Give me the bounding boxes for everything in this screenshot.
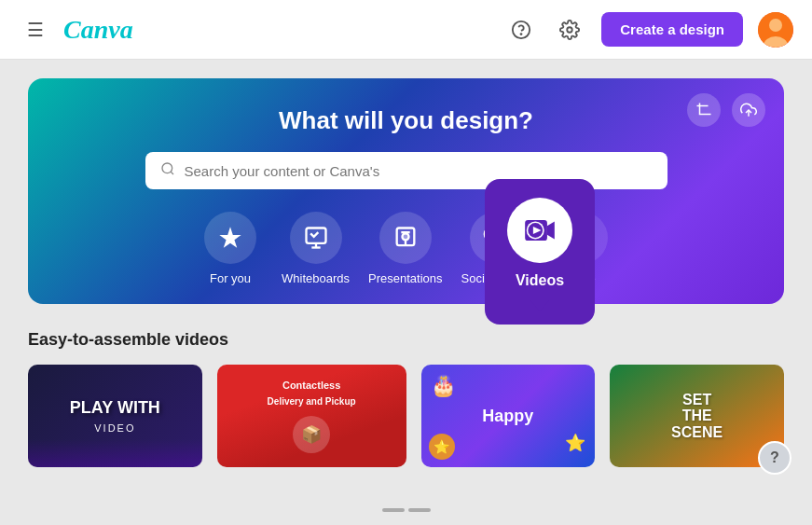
header-icons: Create a design (504, 12, 793, 48)
thumb3-emoji2: ⭐ (565, 433, 585, 453)
crop-icon-button[interactable] (687, 93, 721, 127)
thumb-play-with-video[interactable]: PLAY WITH VIDEO (28, 365, 202, 467)
category-presentations[interactable]: Presentations (368, 212, 443, 285)
thumbnails-row: PLAY WITH VIDEO Contactless Delivery and… (28, 365, 784, 467)
thumb3-label: Happy (482, 407, 533, 426)
avatar[interactable] (758, 12, 793, 48)
thumb3-emoji1: 🎂 (431, 374, 456, 398)
thumb1-text-line1: PLAY WITH (70, 398, 160, 419)
easy-videos-section: Easy-to-assemble videos PLAY WITH VIDEO … (28, 330, 784, 467)
categories-row: For you Whiteboards (65, 212, 747, 285)
presentations-icon (379, 212, 432, 264)
menu-button[interactable]: ☰ (19, 13, 52, 47)
scroll-bar-1 (382, 508, 405, 512)
help-circle-button[interactable]: ? (758, 441, 791, 475)
svg-marker-19 (547, 222, 555, 240)
videos-popup-label: Videos (516, 272, 564, 289)
search-input[interactable] (185, 163, 653, 179)
svg-point-13 (402, 233, 408, 240)
section-title: Easy-to-assemble videos (28, 330, 784, 350)
videos-popup[interactable]: Videos (485, 179, 595, 325)
svg-point-8 (162, 163, 172, 173)
thumb2-icon: 📦 (293, 416, 330, 453)
category-for-you[interactable]: For you (198, 212, 263, 285)
thumb2-text: Contactless Delivery and Pickup (268, 379, 356, 408)
thumb4-wrapper: SET THE SCENE ? (610, 365, 784, 467)
logo: Canva (63, 15, 133, 45)
hero-banner: What will you design? For you (28, 78, 784, 304)
upload-icon-button[interactable] (732, 93, 765, 127)
scroll-bar-2 (408, 508, 431, 512)
whiteboards-label: Whiteboards (282, 271, 350, 285)
thumb4-text: SET THE SCENE (671, 392, 723, 441)
category-whiteboards[interactable]: Whiteboards (282, 212, 350, 285)
for-you-label: For you (210, 271, 251, 285)
whiteboards-icon (290, 212, 342, 264)
thumb-happy[interactable]: 🎂 ⭐ Happy ⭐ (421, 365, 596, 467)
svg-point-5 (769, 19, 782, 32)
svg-line-9 (171, 172, 173, 174)
hero-title: What will you design? (65, 106, 747, 135)
settings-button[interactable] (553, 13, 586, 47)
thumb-contactless[interactable]: Contactless Delivery and Pickup 📦 (217, 365, 406, 467)
main-content: What will you design? For you (0, 60, 812, 486)
for-you-icon (204, 212, 256, 264)
help-button[interactable] (504, 13, 538, 47)
scroll-indicator (382, 508, 431, 512)
create-design-button[interactable]: Create a design (601, 12, 743, 47)
svg-point-2 (568, 27, 573, 33)
thumb1-text-line2: VIDEO (94, 422, 135, 434)
videos-popup-arrow (530, 300, 549, 311)
search-icon (160, 161, 175, 180)
header: ☰ Canva Create a design (0, 0, 812, 60)
thumb3-star: ⭐ (429, 434, 455, 460)
hero-icons (687, 93, 765, 127)
videos-popup-icon (507, 198, 572, 263)
presentations-label: Presentations (368, 271, 443, 285)
